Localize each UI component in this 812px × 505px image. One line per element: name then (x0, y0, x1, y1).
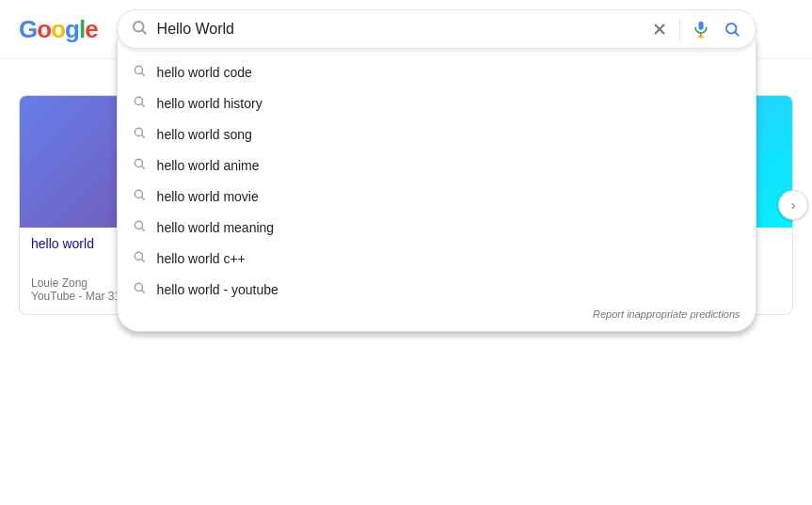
logo-letter-g2: g (65, 15, 79, 44)
autocomplete-dropdown: hello world code hello world history hel… (117, 38, 756, 332)
suggestion-search-icon-1 (133, 64, 146, 80)
google-logo[interactable]: Google (19, 15, 98, 44)
suggestion-search-icon-8 (133, 281, 146, 297)
svg-line-10 (141, 73, 144, 76)
logo-letter-o1: o (37, 15, 51, 44)
svg-line-14 (141, 135, 144, 138)
svg-line-22 (141, 260, 144, 262)
autocomplete-text-8: hello world - youtube (157, 282, 279, 297)
autocomplete-item-5[interactable]: hello world movie (118, 181, 756, 212)
svg-line-20 (141, 229, 144, 231)
search-icon (131, 19, 148, 39)
autocomplete-text-6: hello world meaning (157, 220, 275, 235)
autocomplete-text-2: hello world history (157, 96, 263, 111)
autocomplete-item-8[interactable]: hello world - youtube (118, 274, 756, 305)
divider (679, 18, 680, 40)
header: Google (0, 0, 812, 59)
clear-button[interactable] (649, 19, 670, 39)
svg-line-12 (141, 104, 144, 107)
autocomplete-text-5: hello world movie (157, 189, 259, 204)
search-button[interactable] (722, 19, 742, 39)
svg-line-16 (141, 166, 144, 169)
svg-line-8 (735, 32, 738, 35)
suggestion-search-icon-5 (133, 188, 146, 204)
autocomplete-item-7[interactable]: hello world c++ (118, 243, 756, 274)
suggestion-search-icon-2 (133, 95, 146, 111)
autocomplete-item-3[interactable]: hello world song (118, 118, 756, 150)
search-actions (649, 18, 742, 40)
autocomplete-item-1[interactable]: hello world code (118, 56, 756, 87)
search-bar-wrapper: hello world code hello world history hel… (117, 9, 756, 49)
svg-line-18 (141, 197, 144, 200)
autocomplete-item-6[interactable]: hello world meaning (118, 212, 756, 243)
logo-letter-g: G (19, 15, 37, 44)
report-link[interactable]: Report inappropriate predictions (118, 305, 756, 327)
suggestion-search-icon-3 (133, 126, 146, 142)
svg-line-1 (142, 30, 145, 33)
autocomplete-text-4: hello world anime (157, 158, 260, 173)
video-source-name-1: YouTube (31, 290, 75, 303)
next-button[interactable]: › (778, 190, 808, 220)
svg-rect-4 (698, 22, 703, 30)
autocomplete-text-7: hello world c++ (157, 251, 246, 266)
mic-button[interactable] (690, 18, 712, 40)
suggestion-search-icon-6 (133, 219, 146, 235)
video-date-separator-1: - (79, 290, 86, 303)
autocomplete-text-1: hello world code (157, 65, 252, 80)
search-input[interactable] (157, 21, 649, 38)
autocomplete-item-4[interactable]: hello world anime (118, 150, 756, 181)
suggestion-search-icon-4 (133, 157, 146, 173)
autocomplete-item-2[interactable]: hello world history (118, 87, 756, 118)
logo-letter-o2: o (51, 15, 65, 44)
svg-line-24 (141, 291, 144, 293)
suggestion-search-icon-7 (133, 250, 146, 266)
autocomplete-text-3: hello world song (157, 127, 252, 142)
search-bar (117, 9, 756, 49)
logo-letter-e: e (85, 15, 97, 44)
